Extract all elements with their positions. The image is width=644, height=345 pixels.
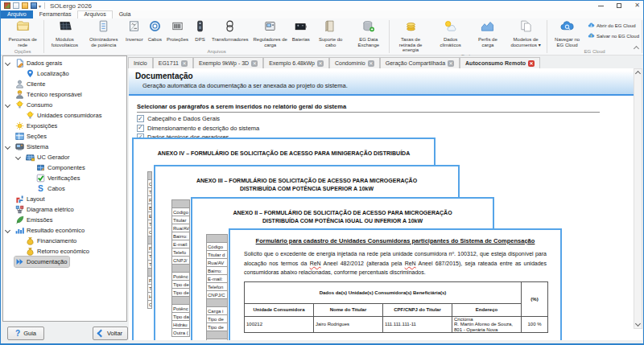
doc-tab-autoconsumo-remoto[interactable]: Autoconsumo Remoto✕ (460, 57, 540, 68)
form-label-cell: Código (206, 243, 228, 251)
close-tab-icon[interactable]: ✕ (368, 60, 374, 67)
expander-icon[interactable] (15, 154, 21, 160)
sidebar-item-localizacao[interactable]: Localização (3, 68, 126, 79)
sidebar-item-unidades-consumidoras[interactable]: Unidades consumidoras (3, 110, 126, 121)
ribbon-button-perfis-de-carga[interactable]: Perfis de carga (470, 18, 506, 47)
ribbon-button-modulos-fotovoltaicos[interactable]: Módulos fotovoltaicos (45, 18, 84, 47)
doc-tab-condominio[interactable]: Condomínio✕ (329, 57, 380, 68)
expander-icon[interactable] (5, 102, 10, 108)
doc-tab-exemplo-9kwp-3d[interactable]: Exemplo 9kWp - 3D✕ (193, 57, 263, 68)
sidebar-item-cabos[interactable]: SCabos (3, 183, 126, 194)
open-folder-icon[interactable] (22, 2, 28, 9)
ribbon-button-label: Suporte do cabo (315, 37, 347, 47)
close-button[interactable]: ✕ (634, 2, 640, 9)
document-preview-cadastro[interactable]: Formulário para cadastro de Unidades Con… (229, 228, 562, 340)
sidebar-item-uc-gerador[interactable]: UC Gerador (3, 152, 126, 162)
minimize-button[interactable] (598, 6, 604, 6)
form-label-cell: Tipo de (171, 289, 190, 297)
quick-access-dropdown-icon[interactable]: ▾ (39, 3, 41, 9)
close-tab-icon[interactable]: ✕ (181, 60, 188, 67)
ribbon-tab-arquivos[interactable]: Arquivos (77, 10, 112, 18)
doc-tab-geracao-compartilhada[interactable]: Geração Compartilhada✕ (380, 57, 460, 68)
expander-icon[interactable] (5, 60, 10, 66)
ribbon-button-cabos[interactable]: Cabos (146, 18, 164, 43)
close-tab-icon[interactable]: ✕ (528, 60, 535, 67)
ribbon-button-taxas-de-retirada-de-energia[interactable]: Taxas de retirada de energia (390, 18, 431, 53)
scroll-up-icon[interactable] (635, 71, 641, 76)
voltar-button[interactable]: Voltar (93, 327, 128, 340)
ribbon-button-reguladores-de-carga[interactable]: Reguladores de carga (250, 18, 289, 47)
form-field-column: CódigoTitularRua/AVBairro:E-mail:TelefoC… (147, 171, 152, 309)
collapse-ribbon-icon[interactable] (634, 47, 639, 51)
coins-icon (404, 19, 418, 36)
weather-icon (444, 19, 457, 36)
ribbon-tab-ferramentas[interactable]: Ferramentas (33, 10, 78, 18)
form-label-cell: E-mail: (171, 240, 190, 248)
ribbon-tab-guia[interactable]: Guia (113, 10, 138, 18)
doc-tab-exemplo-6-48kwp[interactable]: Exemplo 6.48kWp✕ (263, 57, 329, 68)
sidebar-item-label: Sistema (27, 143, 48, 150)
chevrons-icon (15, 257, 24, 266)
beneficiaries-table: Dados da(s) Unidade(s) Consumidora(s) Be… (244, 281, 548, 334)
doc-tab-eg1711[interactable]: EG1711✕ (153, 57, 193, 68)
guia-button[interactable]: ? Guia (7, 327, 44, 340)
ribbon-button-navegar-no-eg-cloud[interactable]: Navegar no EG Cloud (548, 18, 586, 47)
sidebar-item-diagrama-eletrico[interactable]: Diagrama elétrico (3, 204, 126, 215)
new-document-icon[interactable] (13, 2, 19, 9)
ribbon-button-eg-data-exchange[interactable]: EG Data Exchange (349, 18, 388, 47)
page-title: Documentação (135, 72, 642, 80)
sidebar-item-verificacoes[interactable]: Verificações (3, 173, 126, 183)
maximize-button[interactable] (617, 3, 621, 8)
sidebar-item-cliente[interactable]: Cliente (3, 79, 126, 89)
ribbon-button-inversor[interactable]: Inversor (123, 18, 146, 43)
sidebar-item-retorno-economico[interactable]: Retorno econômico (3, 246, 126, 257)
sidebar-item-resultado-economico[interactable]: Resultado econômico (3, 225, 126, 236)
ribbon-tab-arquivo[interactable]: Arquivo (1, 10, 33, 18)
ribbon-button-transformadores[interactable]: Transformadores (209, 18, 250, 43)
ribbon-button-baterias[interactable]: Baterias (290, 18, 312, 43)
sidebar-item-componentes[interactable]: Componentes (3, 162, 126, 173)
form-label-cell: Outra ( (147, 301, 152, 309)
ribbon-button-abrir-do-eg-cloud[interactable]: Abrir do EG Cloud (588, 22, 639, 30)
sidebar-item-financiamento[interactable]: Financiamento (3, 236, 126, 246)
sidebar-item-consumo[interactable]: Consumo (3, 100, 126, 110)
ribbon-button-suporte-do-cabo[interactable]: Suporte do cabo (312, 18, 349, 47)
database-icon (361, 19, 375, 36)
sidebar-item-dados-gerais[interactable]: Dados gerais (3, 58, 126, 68)
form-label-cell: Potênci (206, 339, 228, 340)
scroll-down-icon[interactable] (635, 321, 641, 327)
ribbon-button-percursos-de-rede[interactable]: Percursos de rede (2, 18, 43, 47)
layout-pipes-icon (15, 195, 24, 203)
vertical-scrollbar[interactable] (634, 68, 642, 329)
ribbon-button-protecoes[interactable]: Proteções (164, 18, 191, 43)
close-tab-icon[interactable]: ✕ (317, 60, 324, 67)
save-icon[interactable] (31, 2, 37, 9)
close-tab-icon[interactable]: ✕ (448, 60, 454, 67)
checkbox-checked-icon[interactable] (137, 115, 144, 122)
sidebar-item-emissoes[interactable]: Emissões (3, 215, 126, 225)
expander-icon[interactable] (5, 144, 10, 150)
table-cell-pct: 100 % (522, 316, 548, 333)
close-tab-icon[interactable]: ✕ (251, 60, 258, 67)
sidebar-item-documentacao[interactable]: Documentação (3, 257, 126, 267)
sidebar-item-secoes[interactable]: Seções (3, 131, 126, 142)
sidebar-item-layout[interactable]: Layout (3, 194, 126, 204)
solar-panel-icon (58, 19, 72, 36)
ribbon-button-salvar-no-eg-cloud[interactable]: Salvar no EG Cloud (588, 32, 639, 40)
sidebar-item-tecnico-responsavel[interactable]: Técnico responsável (3, 89, 126, 100)
bar-chart-icon (15, 226, 24, 235)
ribbon-button-modelos-de-documentos[interactable]: Modelos de documentos ▾ (506, 18, 546, 47)
sidebar-item-sistema[interactable]: Sistema (3, 142, 126, 152)
form-separator-row (206, 331, 228, 339)
ribbon-button-label: Inversor (126, 37, 143, 43)
ribbon-button-dados-climaticos[interactable]: Dados climáticos (431, 18, 470, 47)
doc-tab-inicio[interactable]: Início (128, 57, 153, 68)
document-title: Formulário para cadastro de Unidades Con… (248, 237, 543, 244)
ribbon-button-otimizadores-de-potencia[interactable]: Otimizadores de potência (85, 18, 123, 47)
form-label-cell: Carga i (206, 307, 228, 315)
checkbox-checked-icon[interactable] (137, 125, 144, 132)
ribbon-button-dps[interactable]: DPS (191, 18, 209, 43)
diagram-icon (15, 205, 24, 214)
expander-icon[interactable] (5, 228, 10, 233)
sidebar-item-exposicoes[interactable]: Exposições (3, 121, 126, 131)
